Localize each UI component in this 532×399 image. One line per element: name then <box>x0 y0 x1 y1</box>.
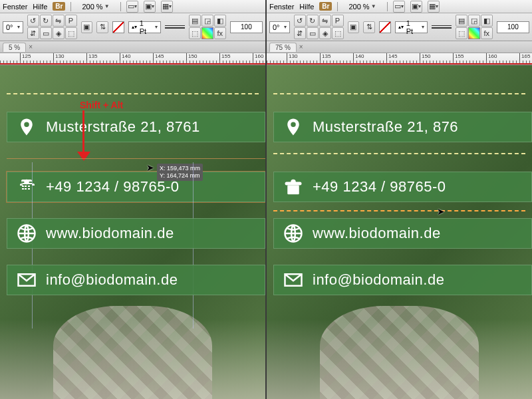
address-text-r: Musterstraße 21, 876 <box>313 118 458 136</box>
svg-rect-1 <box>20 186 33 195</box>
doc-tab-right[interactable]: 75 % <box>269 43 297 52</box>
text-wrap-icon-r[interactable]: ▤ <box>456 15 467 27</box>
color-theme-icon-r[interactable] <box>468 27 480 39</box>
menubar: Fenster Hilfe Br 200 %▼ ▭▾ ▣▾ ▦▾ <box>0 0 265 13</box>
plaid-shirt <box>53 306 212 399</box>
stroke-style-thin-r[interactable] <box>432 25 452 26</box>
web-row[interactable]: www.biodomain.de <box>7 218 265 249</box>
rotate-ccw-icon-r[interactable]: ↺ <box>294 15 306 27</box>
phone-icon <box>17 177 37 197</box>
menu-hilfe[interactable]: Hilfe <box>33 3 47 11</box>
dashed-guide-sel-r[interactable] <box>273 210 525 211</box>
flip-h-icon-r[interactable]: ⇋ <box>319 15 331 27</box>
fit-frame-icon-r[interactable]: ▣ <box>348 21 360 33</box>
fx-icon-r[interactable]: fx <box>481 27 493 39</box>
stroke-style-thick-r[interactable] <box>432 27 452 29</box>
rotate-cw-icon-r[interactable]: ↻ <box>307 15 319 27</box>
view-options-icon-r[interactable]: ▭▾ <box>393 1 405 13</box>
globe-icon <box>17 223 37 243</box>
flip-h-icon[interactable]: ⇋ <box>53 15 65 27</box>
menu-fenster-r[interactable]: Fenster <box>269 3 294 11</box>
canvas-left[interactable]: Musterstraße 21, 8761 Shift + Alt +49 12… <box>0 65 265 399</box>
corner-icon-r[interactable]: ◲ <box>468 15 480 27</box>
link-icon[interactable]: ⇅ <box>96 21 108 33</box>
address-row[interactable]: Musterstraße 21, 8761 <box>7 112 265 142</box>
effects-icon[interactable]: ⬚ <box>65 27 77 39</box>
control-bar: 0°▾ ↺ ↻ ⇋ P ⇵ ▭ ◈ ⬚ ▣ ⇅ ▴▾ 1 Pt ▾ <box>0 13 265 41</box>
arrange-icon-r[interactable]: ▦▾ <box>428 1 440 13</box>
transform-icons-r: ↺ ↻ ⇋ P ⇵ ▭ ◈ ⬚ <box>294 15 344 39</box>
address-row-r[interactable]: Musterstraße 21, 876 <box>273 112 532 142</box>
drop-shadow-icon[interactable]: ◧ <box>214 15 226 27</box>
doc-tab-left[interactable]: 5 % <box>3 43 26 52</box>
opacity-icon-r[interactable]: ⬚ <box>456 27 467 39</box>
coord-tooltip: X: 159,473 mm Y: 164,724 mm <box>157 164 203 181</box>
zoom-dropdown[interactable]: 200 %▼ <box>76 3 114 11</box>
canvas-right[interactable]: Musterstraße 21, 876 +49 1234 / 98765-0 … <box>267 65 532 399</box>
text-wrap-icon[interactable]: ▤ <box>189 15 201 27</box>
phone-text: +49 1234 / 98765-0 <box>46 178 179 196</box>
screen-mode-icon[interactable]: ▣▾ <box>144 1 156 13</box>
globe-icon-r <box>283 223 303 243</box>
svg-point-0 <box>24 180 29 185</box>
app-root: Fenster Hilfe Br 200 %▼ ▭▾ ▣▾ ▦▾ 0°▾ ↺ ↻… <box>0 0 532 399</box>
rotation-input-r[interactable]: 0°▾ <box>269 21 290 33</box>
menu-hilfe-r[interactable]: Hilfe <box>299 3 314 11</box>
rotate-ccw-icon[interactable]: ↺ <box>27 15 39 27</box>
flip-v-icon-r[interactable]: ⇵ <box>294 27 306 39</box>
zoom-dropdown-r[interactable]: 200 %▼ <box>343 3 381 11</box>
color-theme-icon[interactable] <box>201 27 213 39</box>
link-icon-r[interactable]: ⇅ <box>363 21 375 33</box>
rotate-cw-icon[interactable]: ↻ <box>40 15 52 27</box>
shortcut-annotation: Shift + Alt <box>80 100 123 110</box>
web-row-r[interactable]: www.biodomain.de <box>273 218 532 249</box>
selection-edge <box>7 158 265 159</box>
stroke-swatch[interactable] <box>112 21 124 33</box>
p-icon[interactable]: P <box>65 15 77 27</box>
ruler-horizontal[interactable]: 120 125 130 135 140 145 150 155 160 165 <box>0 53 265 65</box>
menu-fenster[interactable]: Fenster <box>3 3 27 11</box>
arrange-icon[interactable]: ▦▾ <box>161 1 173 13</box>
menubar-r: Fenster Hilfe Br 200 %▼ ▭▾ ▣▾ ▦▾ <box>267 0 532 13</box>
p-icon-r[interactable]: P <box>332 15 344 27</box>
email-row-r[interactable]: info@biodomain.de <box>273 265 532 295</box>
view-options-icon[interactable]: ▭▾ <box>126 1 138 13</box>
panel-right: Fenster Hilfe Br 200 %▼ ▭▾ ▣▾ ▦▾ 0°▾ ↺ ↻… <box>267 0 532 399</box>
stroke-weight-input-r[interactable]: ▴▾ 1 Pt ▾ <box>395 21 428 33</box>
web-text-r: www.biodomain.de <box>313 225 441 242</box>
phone-icon-r <box>283 177 303 197</box>
misc-icons: ▤ ◲ ◧ ⬚ fx <box>189 15 226 39</box>
ruler-guide-r <box>267 63 532 65</box>
fx-icon[interactable]: fx <box>214 27 226 39</box>
select-content-icon-r[interactable]: ◈ <box>319 27 331 39</box>
mail-icon <box>17 270 37 290</box>
stroke-style-thick[interactable] <box>165 27 185 29</box>
screen-mode-icon-r[interactable]: ▣▾ <box>410 1 422 13</box>
bridge-badge[interactable]: Br <box>53 2 65 11</box>
opacity-icon[interactable]: ⬚ <box>189 27 201 39</box>
stroke-style-thin[interactable] <box>165 25 185 26</box>
drop-shadow-icon-r[interactable]: ◧ <box>481 15 493 27</box>
stroke-swatch-r[interactable] <box>379 21 391 33</box>
ruler-guide <box>0 63 265 65</box>
phone-row[interactable]: +49 1234 / 98765-0 <box>7 172 265 202</box>
address-text: Musterstraße 21, 8761 <box>46 118 200 136</box>
flip-v-icon[interactable]: ⇵ <box>27 27 39 39</box>
stroke-weight-input[interactable]: ▴▾ 1 Pt ▾ <box>128 21 161 33</box>
select-content-icon[interactable]: ◈ <box>53 27 65 39</box>
bridge-badge-r[interactable]: Br <box>319 2 332 11</box>
effects-icon-r[interactable]: ⬚ <box>332 27 344 39</box>
rotation-input[interactable]: 0°▾ <box>3 21 23 33</box>
select-container-icon-r[interactable]: ▭ <box>307 27 319 39</box>
fit-frame-icon[interactable]: ▣ <box>81 21 93 33</box>
phone-row-r[interactable]: +49 1234 / 98765-0 <box>273 172 532 202</box>
ruler-horizontal-r[interactable]: 125 130 135 140 145 150 155 160 165 170 <box>267 53 532 65</box>
opacity-value-r[interactable]: 100 <box>497 21 529 33</box>
corner-icon[interactable]: ◲ <box>201 15 213 27</box>
dashed-guide-top <box>7 93 259 94</box>
select-container-icon[interactable]: ▭ <box>40 27 52 39</box>
email-row[interactable]: info@biodomain.de <box>7 265 265 295</box>
plaid-shirt-r <box>320 306 479 399</box>
map-pin-icon <box>17 117 37 137</box>
opacity-value[interactable]: 100 <box>230 21 263 33</box>
